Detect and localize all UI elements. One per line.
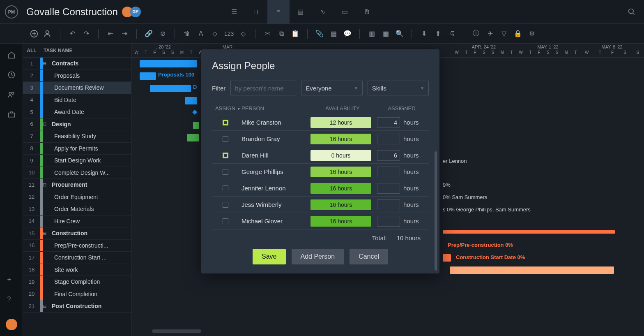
- add-person-button[interactable]: Add Person: [292, 249, 344, 264]
- info-icon[interactable]: ⓘ: [472, 29, 481, 38]
- diamond-icon[interactable]: ◇: [239, 29, 248, 38]
- filter-icon[interactable]: ▽: [499, 29, 508, 38]
- export-icon[interactable]: ⬇: [419, 29, 428, 38]
- app-logo[interactable]: PM: [5, 5, 18, 19]
- gantt-bar[interactable]: [140, 60, 197, 67]
- cancel-button[interactable]: Cancel: [350, 249, 388, 264]
- filter-skills-select[interactable]: Skills▼: [368, 81, 429, 95]
- copy-icon[interactable]: ⧉: [277, 29, 286, 38]
- recent-icon[interactable]: [7, 71, 16, 79]
- col-assign[interactable]: ASSIGN: [215, 105, 235, 111]
- avatar-2[interactable]: GP: [130, 7, 141, 17]
- view-gantt-icon[interactable]: ≡: [267, 0, 290, 24]
- user-avatar[interactable]: [6, 319, 17, 330]
- assign-checkbox[interactable]: [223, 120, 228, 125]
- gantt-bar[interactable]: [443, 230, 615, 234]
- task-row[interactable]: 14Hire Crew: [23, 216, 131, 228]
- view-file-icon[interactable]: 🗎: [356, 0, 378, 24]
- assigned-hours-input[interactable]: [377, 134, 400, 144]
- view-list-icon[interactable]: ☰: [223, 0, 245, 24]
- view-board-icon[interactable]: ⫼: [245, 0, 267, 24]
- horizontal-scrollbar[interactable]: [152, 329, 201, 333]
- task-row[interactable]: 4Bid Date: [23, 94, 131, 107]
- help-icon[interactable]: ?: [7, 296, 16, 304]
- zoom-icon[interactable]: 🔍: [395, 29, 404, 38]
- gantt-bar[interactable]: [193, 122, 199, 129]
- task-row[interactable]: 5Award Date: [23, 106, 131, 118]
- task-row[interactable]: 3Documents Review: [23, 82, 131, 94]
- plus-icon[interactable]: +: [7, 276, 16, 284]
- task-row[interactable]: 17Construction Start ...: [23, 252, 131, 264]
- assign-checkbox[interactable]: [223, 169, 228, 175]
- gantt-bar[interactable]: [140, 72, 156, 80]
- task-row[interactable]: 6⊟Design: [23, 118, 131, 131]
- cut-icon[interactable]: ✂: [263, 29, 272, 38]
- gantt-bar[interactable]: [150, 85, 191, 92]
- assigned-hours-input[interactable]: [377, 150, 400, 161]
- redo-icon[interactable]: ↷: [82, 29, 91, 38]
- trash-icon[interactable]: 🗑: [182, 29, 191, 38]
- view-calendar-icon[interactable]: ▭: [334, 0, 356, 24]
- assigned-hours-input[interactable]: [377, 183, 400, 194]
- assigned-hours-input[interactable]: [377, 167, 400, 177]
- add-person-icon[interactable]: [44, 29, 53, 38]
- task-row[interactable]: 1⊟Contracts: [23, 58, 131, 70]
- task-row[interactable]: 16Prep/Pre-constructi...: [23, 240, 131, 252]
- note-icon[interactable]: ▤: [329, 29, 338, 38]
- print-icon[interactable]: 🖨: [447, 29, 456, 38]
- save-button[interactable]: Save: [253, 249, 285, 264]
- col-all[interactable]: ALL: [23, 48, 40, 53]
- assigned-hours-input[interactable]: [377, 199, 400, 210]
- task-row[interactable]: 15⊟Construction: [23, 227, 131, 240]
- task-row[interactable]: 9Start Design Work: [23, 155, 131, 167]
- task-row[interactable]: 20Final Completion: [23, 288, 131, 301]
- link-icon[interactable]: 🔗: [144, 29, 153, 38]
- assign-checkbox[interactable]: [223, 185, 228, 191]
- task-row[interactable]: 7Feasibility Study: [23, 130, 131, 143]
- assigned-hours-input[interactable]: [377, 117, 400, 128]
- task-row[interactable]: 8Apply for Permits: [23, 143, 131, 155]
- assigned-hours-input[interactable]: [377, 216, 400, 227]
- gantt-bar[interactable]: [443, 254, 451, 262]
- undo-icon[interactable]: ↶: [68, 29, 77, 38]
- assign-checkbox[interactable]: [223, 153, 228, 158]
- filter-group-select[interactable]: Everyone▼: [301, 81, 362, 95]
- settings-icon[interactable]: ⚙: [527, 29, 536, 38]
- search-icon[interactable]: [628, 8, 636, 16]
- team-icon[interactable]: [7, 90, 16, 99]
- task-row[interactable]: 11⊟Procurement: [23, 179, 131, 191]
- col-assigned[interactable]: ASSIGNED: [375, 105, 429, 111]
- member-avatars[interactable]: GP: [124, 7, 141, 17]
- gantt-bar[interactable]: [185, 97, 197, 104]
- task-row[interactable]: 19Stage Completion: [23, 276, 131, 288]
- send-icon[interactable]: ✈: [485, 29, 494, 38]
- paste-icon[interactable]: 📋: [291, 29, 300, 38]
- view-activity-icon[interactable]: ∿: [312, 0, 334, 24]
- milestone-icon[interactable]: ◆: [192, 108, 197, 116]
- assign-checkbox[interactable]: [223, 218, 228, 224]
- task-row[interactable]: 13Order Materials: [23, 203, 131, 216]
- add-icon[interactable]: [30, 29, 39, 38]
- task-row[interactable]: 21⊟Post Construction: [23, 300, 131, 313]
- col-person[interactable]: PERSON: [242, 105, 310, 111]
- assign-checkbox[interactable]: [223, 136, 228, 142]
- task-row[interactable]: 18Site work: [23, 264, 131, 276]
- view-sheet-icon[interactable]: ▤: [290, 0, 312, 24]
- columns-icon[interactable]: ▥: [367, 29, 376, 38]
- gantt-bar[interactable]: [187, 134, 199, 141]
- modal-scrollbar[interactable]: [435, 151, 437, 271]
- gantt-bar[interactable]: [450, 266, 614, 274]
- comment-icon[interactable]: 💬: [343, 29, 352, 38]
- sort-icon[interactable]: ▼: [237, 107, 241, 111]
- home-icon[interactable]: [7, 51, 16, 59]
- assign-checkbox[interactable]: [223, 202, 228, 208]
- text-icon[interactable]: A: [196, 29, 205, 38]
- briefcase-icon[interactable]: [7, 110, 16, 118]
- attach-icon[interactable]: 📎: [315, 29, 324, 38]
- task-row[interactable]: 2Proposals: [23, 70, 131, 82]
- task-row[interactable]: 12Order Equipment: [23, 191, 131, 204]
- indent-icon[interactable]: ⇥: [120, 29, 129, 38]
- grid-icon[interactable]: ▦: [381, 29, 390, 38]
- lock-icon[interactable]: 🔒: [513, 29, 522, 38]
- filter-input[interactable]: [230, 81, 296, 95]
